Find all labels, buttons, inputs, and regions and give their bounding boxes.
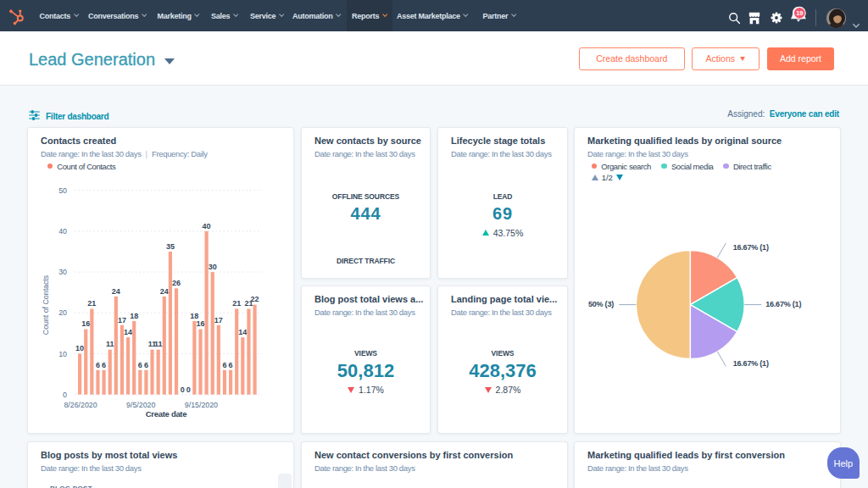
svg-text:0: 0 xyxy=(181,385,185,394)
svg-text:17: 17 xyxy=(214,316,223,324)
svg-text:11: 11 xyxy=(106,340,114,348)
svg-text:16: 16 xyxy=(196,319,204,328)
svg-text:6: 6 xyxy=(222,361,226,369)
svg-text:Create date: Create date xyxy=(146,409,186,419)
svg-text:24: 24 xyxy=(112,287,120,296)
svg-text:16: 16 xyxy=(81,319,90,328)
svg-text:0: 0 xyxy=(186,385,191,394)
svg-text:50% (3): 50% (3) xyxy=(588,300,614,308)
svg-text:6: 6 xyxy=(96,361,100,369)
svg-text:10: 10 xyxy=(75,344,84,352)
svg-text:16.67% (1): 16.67% (1) xyxy=(765,300,801,308)
svg-text:Count of Contacts: Count of Contacts xyxy=(42,274,50,335)
svg-text:24: 24 xyxy=(160,287,169,296)
svg-text:20: 20 xyxy=(58,308,67,317)
svg-text:6: 6 xyxy=(229,361,233,369)
svg-text:6: 6 xyxy=(138,361,142,369)
svg-text:22: 22 xyxy=(251,295,259,303)
svg-text:50: 50 xyxy=(58,186,67,195)
svg-text:8/26/2020: 8/26/2020 xyxy=(64,401,97,409)
svg-text:30: 30 xyxy=(58,268,67,276)
svg-text:6: 6 xyxy=(144,361,148,369)
svg-text:21: 21 xyxy=(87,299,96,308)
svg-text:19: 19 xyxy=(796,9,803,17)
svg-text:0: 0 xyxy=(63,391,67,399)
svg-text:14: 14 xyxy=(238,328,247,336)
svg-text:30: 30 xyxy=(209,263,217,271)
svg-text:26: 26 xyxy=(172,279,181,287)
svg-text:9/15/2020: 9/15/2020 xyxy=(185,401,218,409)
svg-text:17: 17 xyxy=(118,316,126,324)
svg-text:40: 40 xyxy=(203,222,211,230)
svg-text:16.67% (1): 16.67% (1) xyxy=(733,243,769,252)
svg-text:16.67% (1): 16.67% (1) xyxy=(733,359,769,368)
svg-text:40: 40 xyxy=(58,227,67,236)
svg-text:18: 18 xyxy=(130,312,138,320)
svg-text:21: 21 xyxy=(232,299,241,308)
svg-text:14: 14 xyxy=(124,328,132,336)
svg-text:35: 35 xyxy=(166,242,175,251)
svg-text:11: 11 xyxy=(154,340,163,348)
svg-text:9/5/2020: 9/5/2020 xyxy=(126,401,155,409)
svg-text:6: 6 xyxy=(102,361,106,369)
svg-text:10: 10 xyxy=(58,350,67,358)
svg-text:18: 18 xyxy=(190,312,198,320)
